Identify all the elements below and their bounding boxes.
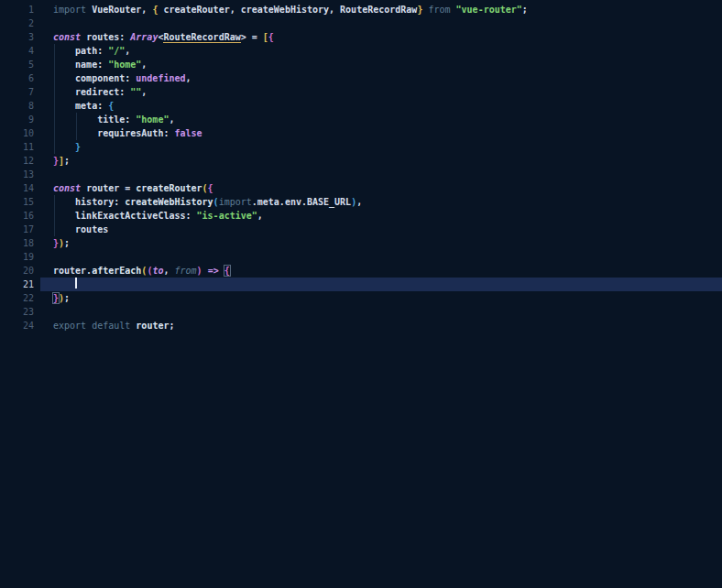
code-editor[interactable]: 1import VueRouter, { createRouter, creat… <box>0 0 722 588</box>
line-number[interactable]: 24 <box>0 319 40 332</box>
code-line-content: title: "home", <box>40 113 722 126</box>
code-token: ; <box>64 293 70 303</box>
code-token: , <box>141 60 147 70</box>
code-line-content: path: "/", <box>40 44 722 58</box>
code-token: "vue-router" <box>456 5 522 15</box>
code-token: > = <box>241 32 263 42</box>
code-token: .meta.env.BASE_URL <box>252 197 351 207</box>
code-line-content: }]; <box>40 154 722 168</box>
code-line-content <box>40 16 722 30</box>
code-line-content: }); <box>40 236 722 250</box>
code-token: default <box>92 321 130 331</box>
line-number[interactable]: 5 <box>0 58 40 71</box>
code-line-content: import VueRouter, { createRouter, create… <box>40 3 722 16</box>
code-token: { <box>268 32 274 42</box>
code-token: "/" <box>108 46 125 56</box>
code-token: router. <box>53 266 92 276</box>
code-line[interactable]: 17 routes <box>0 223 722 236</box>
code-line-content <box>40 250 722 264</box>
code-line[interactable]: 11 } <box>0 140 722 154</box>
line-number[interactable]: 22 <box>0 291 40 305</box>
text-cursor <box>75 278 77 289</box>
code-token: from <box>175 266 197 276</box>
code-line-content: router.afterEach((to, from) => { <box>40 264 722 278</box>
line-number[interactable]: 23 <box>0 305 40 319</box>
code-token: "home" <box>136 114 169 125</box>
code-token: => <box>208 266 219 276</box>
code-line[interactable]: 23 <box>0 305 722 319</box>
code-line[interactable]: 20router.afterEach((to, from) => { <box>0 264 722 278</box>
code-line[interactable]: 18}); <box>0 236 722 250</box>
line-number[interactable]: 18 <box>0 236 40 250</box>
line-number[interactable]: 3 <box>0 30 40 44</box>
code-token: , <box>186 73 191 83</box>
code-line[interactable]: 1import VueRouter, { createRouter, creat… <box>0 3 722 16</box>
line-number[interactable]: 2 <box>0 16 40 30</box>
code-line[interactable]: 2 <box>0 16 722 30</box>
line-number[interactable]: 19 <box>0 250 40 264</box>
code-token: component: <box>53 73 136 83</box>
line-number[interactable]: 21 <box>0 278 40 291</box>
line-number[interactable]: 16 <box>0 209 40 223</box>
code-token: { <box>224 266 230 276</box>
code-line-content: routes <box>40 223 722 236</box>
code-token: "home" <box>108 60 141 70</box>
code-line[interactable]: 9 title: "home", <box>0 113 722 126</box>
code-token: VueRouter, <box>86 5 152 15</box>
code-line[interactable]: 7 redirect: "", <box>0 85 722 99</box>
code-line[interactable]: 24export default router; <box>0 319 722 332</box>
code-line-content: component: undefined, <box>40 71 722 85</box>
code-token: ; <box>522 5 528 15</box>
code-token: linkExactActiveClass: <box>53 211 197 221</box>
code-line-content: history: createWebHistory(import.meta.en… <box>40 195 722 209</box>
code-line[interactable]: 3const routes: Array<RouteRecordRaw> = [… <box>0 30 722 44</box>
line-number[interactable]: 9 <box>0 113 40 126</box>
code-line[interactable]: 14const router = createRouter({ <box>0 181 722 195</box>
code-line[interactable]: 16 linkExactActiveClass: "is-active", <box>0 209 722 223</box>
line-number[interactable]: 8 <box>0 99 40 113</box>
line-number[interactable]: 7 <box>0 85 40 99</box>
code-line-content: meta: { <box>40 99 722 113</box>
line-number[interactable]: 14 <box>0 181 40 195</box>
code-token: import <box>53 5 86 15</box>
code-token: Array <box>130 32 158 42</box>
code-token: router <box>136 321 169 331</box>
code-token: path: <box>53 46 108 56</box>
code-token: false <box>174 128 202 138</box>
code-line[interactable]: 22}); <box>0 291 722 305</box>
code-line[interactable]: 8 meta: { <box>0 99 722 113</box>
code-line[interactable]: 15 history: createWebHistory(import.meta… <box>0 195 722 209</box>
code-token: name: <box>53 60 108 70</box>
line-number[interactable]: 12 <box>0 154 40 168</box>
code-line[interactable]: 5 name: "home", <box>0 58 722 71</box>
line-number[interactable]: 13 <box>0 168 40 181</box>
line-number[interactable]: 1 <box>0 3 40 16</box>
code-token: RouteRecordRaw <box>163 32 240 43</box>
line-number[interactable]: 20 <box>0 264 40 278</box>
code-token: createRouter <box>136 183 202 193</box>
code-token: createWebHistory <box>125 197 213 207</box>
code-token: { <box>208 183 213 193</box>
code-line[interactable]: 10 requiresAuth: false <box>0 126 722 140</box>
code-token: router = <box>81 183 136 193</box>
code-line[interactable]: 12}]; <box>0 154 722 168</box>
line-number[interactable]: 4 <box>0 44 40 58</box>
code-line[interactable]: 4 path: "/", <box>0 44 722 58</box>
code-line[interactable]: 21 <box>0 278 722 291</box>
line-number[interactable]: 17 <box>0 223 40 236</box>
code-token: const <box>53 32 81 42</box>
code-line[interactable]: 6 component: undefined, <box>0 71 722 85</box>
code-line[interactable]: 19 <box>0 250 722 264</box>
code-token: , <box>125 46 130 56</box>
code-line-content: } <box>40 140 722 154</box>
code-line[interactable]: 13 <box>0 168 722 181</box>
line-number[interactable]: 10 <box>0 126 40 140</box>
line-number[interactable]: 11 <box>0 140 40 154</box>
line-number[interactable]: 15 <box>0 195 40 209</box>
code-token: history: <box>53 197 125 207</box>
code-token <box>219 266 224 276</box>
line-number[interactable]: 6 <box>0 71 40 85</box>
code-token: ; <box>64 156 70 166</box>
code-lines-container: 1import VueRouter, { createRouter, creat… <box>0 3 722 332</box>
code-token: export <box>53 321 86 331</box>
